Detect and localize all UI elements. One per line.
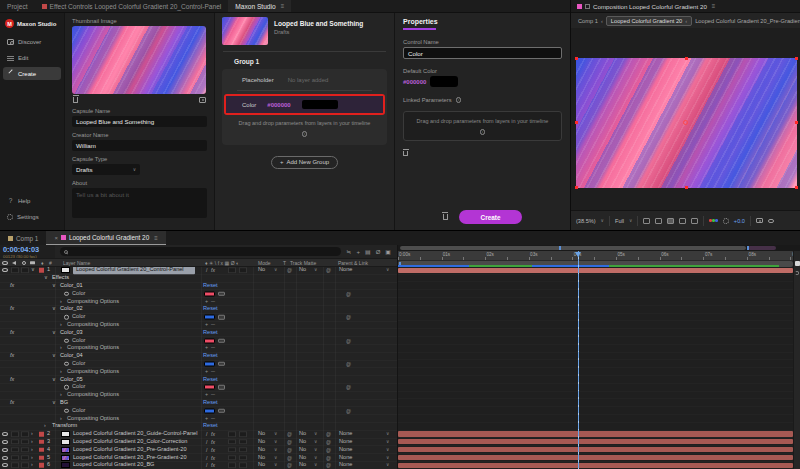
parent-link-column-header[interactable]: Parent & Link [338, 260, 368, 265]
lock-cell[interactable] [21, 431, 29, 437]
parent-dropdown[interactable]: None [339, 447, 352, 453]
sidebar-item-edit[interactable]: Edit [3, 51, 61, 64]
label-color-chip[interactable] [39, 463, 44, 468]
layer-name[interactable]: Looped Colorful Gradient 20_Control-Pane… [73, 267, 195, 274]
expander-icon[interactable]: ∨ [52, 400, 56, 405]
quality-switch-icon[interactable]: / [206, 455, 207, 460]
expander-icon[interactable]: › [44, 424, 46, 429]
parent-dropdown[interactable]: None [339, 439, 352, 445]
timeline-vertical-scrollbar[interactable] [793, 251, 800, 469]
timeline-row-layer[interactable]: ›6Looped Colorful Gradient 20_BG/fxNo∨@N… [0, 462, 397, 469]
add-icon[interactable]: + [205, 392, 208, 397]
remove-icon[interactable]: ─ [211, 299, 215, 304]
pickwhip-icon[interactable]: @ [346, 385, 351, 390]
add-new-group-button[interactable]: + Add New Group [271, 156, 338, 169]
layer-name[interactable]: Looped Colorful Gradient 20_Pre-Gradient… [73, 455, 187, 461]
reset-button[interactable]: Reset [203, 424, 218, 430]
expander-icon[interactable]: ∨ [44, 276, 48, 281]
parent-dropdown[interactable]: None [339, 463, 352, 469]
parent-dropdown[interactable]: None [339, 431, 352, 437]
eye-icon[interactable] [2, 448, 8, 452]
pickwhip-icon[interactable]: @ [326, 432, 331, 437]
timeline-row-layer[interactable]: ›3Looped Colorful Gradient 20_Color-Corr… [0, 439, 397, 447]
expander-icon[interactable]: › [60, 299, 62, 304]
add-icon[interactable]: + [205, 346, 208, 351]
eye-icon[interactable] [2, 440, 8, 444]
quality-switch-icon[interactable]: / [206, 432, 207, 437]
delete-capsule-icon[interactable] [443, 214, 448, 220]
layer-duration-bar[interactable] [398, 446, 793, 454]
lock-cell[interactable] [21, 439, 29, 445]
switch-cell[interactable] [228, 431, 236, 437]
add-icon[interactable]: + [205, 299, 208, 304]
color-swatch[interactable] [204, 338, 215, 343]
color-picker-icon[interactable] [218, 408, 225, 413]
lock-column-icon[interactable] [30, 261, 35, 265]
mode-dropdown[interactable]: No [258, 439, 265, 445]
playhead-handle[interactable] [575, 252, 581, 257]
transparency-grid-icon[interactable] [655, 218, 662, 224]
sidebar-item-create[interactable]: Create [3, 67, 61, 80]
remove-icon[interactable]: ─ [211, 369, 215, 374]
mask-visibility-icon[interactable] [667, 218, 674, 224]
trkmat-dropdown[interactable]: No [299, 447, 306, 453]
tab-project[interactable]: Project [0, 0, 35, 12]
label-color-chip[interactable] [39, 268, 44, 273]
expander-icon[interactable]: › [31, 455, 33, 460]
exposure-value[interactable]: +0.0 [734, 218, 745, 224]
delete-parameter-icon[interactable] [403, 151, 408, 157]
expander-icon[interactable]: › [60, 322, 62, 327]
switch-cell[interactable] [239, 447, 247, 453]
track-matte-column-header[interactable]: Track Matte [290, 260, 316, 265]
channel-icon[interactable] [709, 219, 718, 222]
guides-icon[interactable] [679, 218, 686, 224]
color-picker-icon[interactable] [218, 292, 225, 297]
color-swatch[interactable] [204, 385, 215, 390]
timeline-row-layer[interactable]: ›5Looped Colorful Gradient 20_Pre-Gradie… [0, 454, 397, 462]
timeline-row-effect[interactable]: fx∨BGReset [0, 400, 397, 408]
pickwhip-icon[interactable]: @ [287, 447, 292, 452]
expander-icon[interactable]: › [60, 346, 62, 351]
graph-editor-icon[interactable]: ▣ [385, 248, 391, 255]
eye-icon[interactable] [2, 432, 8, 436]
timeline-tab-active[interactable]: × Looped Colorful Gradient 20 ≡ [46, 231, 165, 245]
comp-button-icon[interactable] [795, 271, 799, 275]
lock-cell[interactable] [21, 455, 29, 461]
color-parameter-row[interactable]: Color #000000 [226, 96, 383, 113]
sidebar-item-discover[interactable]: Discover [3, 35, 61, 48]
expander-icon[interactable]: ∨ [52, 330, 56, 335]
expander-icon[interactable]: › [31, 439, 33, 444]
switch-cell[interactable] [228, 463, 236, 469]
add-icon[interactable]: + [205, 322, 208, 327]
pickwhip-icon[interactable]: @ [326, 455, 331, 460]
control-name-input[interactable]: Color [403, 47, 562, 59]
switch-cell[interactable] [228, 439, 236, 445]
color-swatch[interactable] [302, 100, 338, 109]
about-textarea[interactable]: Tell us a bit about it [72, 188, 207, 218]
viewer-canvas[interactable] [571, 28, 800, 210]
label-color-chip[interactable] [39, 447, 44, 452]
trkmat-dropdown[interactable]: No [299, 463, 306, 469]
breadcrumb-pregradient[interactable]: Looped Colorful Gradient 20_Pre-Gradient [695, 18, 800, 24]
fx-switch-icon[interactable]: fx [211, 268, 215, 273]
expander-icon[interactable]: › [31, 432, 33, 437]
add-icon[interactable]: + [205, 369, 208, 374]
color-picker-icon[interactable] [218, 385, 225, 390]
layer-name[interactable]: Looped Colorful Gradient 20_Color-Correc… [73, 439, 187, 445]
audio-cell[interactable] [11, 455, 19, 461]
pickwhip-icon[interactable]: @ [346, 361, 351, 366]
reset-button[interactable]: Reset [203, 307, 218, 313]
pickwhip-icon[interactable]: @ [287, 463, 292, 468]
expander-icon[interactable]: ∨ [31, 268, 35, 273]
stopwatch-icon[interactable] [64, 408, 69, 413]
fx-switch-icon[interactable]: fx [211, 463, 215, 468]
parent-dropdown[interactable]: None [339, 268, 352, 274]
pickwhip-icon[interactable]: @ [326, 447, 331, 452]
stopwatch-icon[interactable] [64, 315, 69, 320]
magnification-dropdown[interactable]: (38.5%) ∨ [576, 218, 604, 224]
composition-mini-flowchart-icon[interactable]: ≒ [346, 248, 351, 255]
comp-marker-bin-icon[interactable] [795, 261, 800, 266]
label-color-chip[interactable] [39, 440, 44, 445]
expander-icon[interactable]: › [31, 463, 33, 468]
color-swatch[interactable] [204, 361, 215, 366]
